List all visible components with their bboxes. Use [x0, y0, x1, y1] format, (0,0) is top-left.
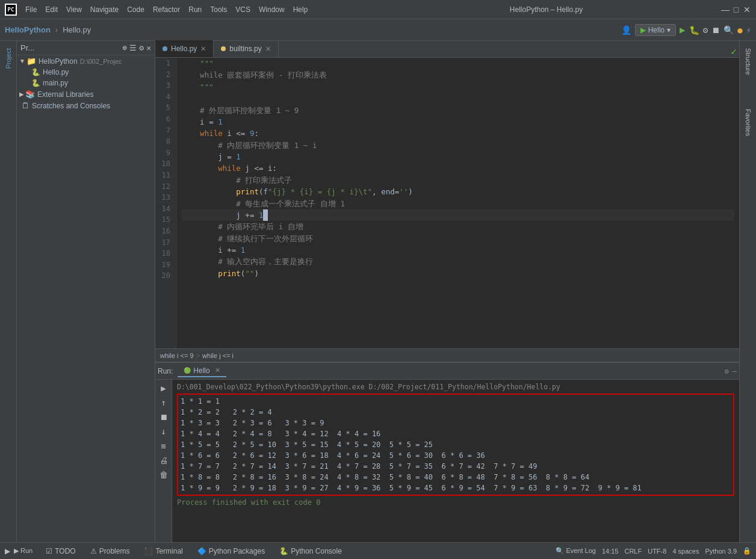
run-settings-icon[interactable]: ⚙	[725, 367, 729, 375]
stop-run-button[interactable]: ⏹	[158, 411, 169, 423]
project-toolbar: Pr... ⊕ ☰ ⚙ ✕	[17, 41, 155, 55]
structure-tab[interactable]: Structure	[742, 43, 754, 80]
run-label: Run:	[158, 367, 173, 375]
run-status-label: ▶ Run	[14, 547, 33, 555]
tree-item-hellopython[interactable]: ▼ 📁 HelloPython D:\002_Projec	[17, 55, 155, 67]
python-version[interactable]: Python 3.9	[705, 548, 737, 555]
line-col-indicator[interactable]: 14:15	[602, 548, 619, 555]
stop-button[interactable]: ⏹	[711, 25, 720, 35]
lib-icon: 📚	[25, 90, 35, 99]
check-icon: ✓	[731, 46, 737, 57]
code-line-7: while i <= 9:	[182, 128, 734, 139]
project-panel: Pr... ⊕ ☰ ⚙ ✕ ▼ 📁 HelloPython D:\002_Pro…	[17, 41, 155, 542]
trash-button[interactable]: 🗑	[158, 469, 169, 481]
code-line-9: j = 1	[182, 151, 734, 162]
run-button[interactable]: ▶	[680, 24, 686, 36]
py-console-label: Python Console	[291, 547, 342, 555]
settings-button[interactable]: ⚡	[746, 25, 751, 35]
py-console-icon: 🐍	[279, 547, 288, 555]
breadcrumb-item-2[interactable]: while j <= i	[202, 352, 234, 359]
tree-path: D:\002_Projec	[80, 58, 122, 65]
collapse-icon[interactable]: ☰	[129, 43, 137, 52]
menu-run[interactable]: Run	[185, 4, 205, 15]
code-content[interactable]: """ while 嵌套循环案例 - 打印乘法表 """ # 外层循环控制变量 …	[177, 58, 739, 348]
run-tab-hello[interactable]: 🟢 Hello ✕	[178, 365, 226, 377]
tree-label: main.py	[43, 79, 68, 87]
code-line-6: i = 1	[182, 116, 734, 128]
tree-item-external-libs[interactable]: ▶ 📚 External Libraries	[17, 88, 155, 100]
maximize-button[interactable]: □	[732, 5, 740, 14]
py-packages-tab[interactable]: 🔷 Python Packages	[191, 546, 271, 557]
navbar: HelloPython › Hello.py 👤 ▶ Hello ▾ ▶ 🐛 ⚙…	[0, 19, 756, 41]
terminal-tab[interactable]: ⬛ Terminal	[138, 546, 188, 557]
project-name[interactable]: HelloPython	[5, 25, 51, 34]
menu-refactor[interactable]: Refactor	[149, 4, 184, 15]
settings-icon[interactable]: ⚙	[139, 43, 144, 52]
favorites-tab[interactable]: Favorites	[742, 104, 754, 141]
menu-help[interactable]: Help	[290, 4, 312, 15]
right-sidebar: Structure Favorites	[739, 41, 756, 542]
code-line-1: """	[182, 58, 734, 69]
breadcrumb-sep-1: >	[196, 352, 200, 359]
close-tab-icon[interactable]: ✕	[265, 45, 271, 53]
close-tab-icon[interactable]: ✕	[200, 45, 206, 53]
menu-navigate[interactable]: Navigate	[87, 4, 122, 15]
py-console-tab[interactable]: 🐍 Python Console	[273, 546, 348, 557]
py-packages-label: Python Packages	[209, 547, 265, 555]
indent-indicator[interactable]: 4 spaces	[672, 548, 699, 555]
run-config-selector[interactable]: ▶ Hello ▾	[635, 24, 676, 36]
builtin-file-icon	[221, 46, 226, 51]
search-button[interactable]: 🔍	[723, 25, 734, 35]
user-icon[interactable]: 👤	[621, 25, 631, 35]
run-tab-close[interactable]: ✕	[215, 366, 220, 374]
output-line-4: 1 * 4 = 4 2 * 4 = 8 3 * 4 = 12 4 * 4 = 1…	[181, 428, 731, 439]
tab-builtins-py[interactable]: builtins.py ✕	[214, 40, 278, 57]
editor-area: Hello.py ✕ builtins.py ✕ ✓ 12345 678910 …	[155, 41, 739, 542]
menu-vcs[interactable]: VCS	[232, 4, 254, 15]
debug-button[interactable]: 🐛	[689, 25, 699, 35]
terminal-label: Terminal	[155, 547, 182, 555]
problems-tab[interactable]: ⚠ Problems	[84, 546, 136, 557]
todo-tab[interactable]: ☑ TODO	[40, 546, 81, 557]
minimize-button[interactable]: —	[721, 5, 730, 14]
menu-file[interactable]: File	[22, 4, 40, 15]
py-icon: 🐍	[31, 68, 40, 76]
terminal-icon: ⬛	[144, 547, 153, 555]
tab-label: builtins.py	[229, 45, 261, 53]
close-button[interactable]: ✕	[743, 5, 751, 14]
run-output[interactable]: D:\001_Develop\022_Python\Python39\pytho…	[172, 380, 739, 542]
event-log-link[interactable]: 🔍 Event Log	[556, 547, 596, 555]
format-button[interactable]: ≡	[160, 440, 167, 452]
tab-hello-py[interactable]: Hello.py ✕	[155, 40, 214, 57]
tree-item-scratches[interactable]: 🗒 Scratches and Consoles	[17, 100, 155, 111]
menu-view[interactable]: View	[63, 4, 85, 15]
menu-tools[interactable]: Tools	[206, 4, 231, 15]
tree-item-hello-py[interactable]: 🐍 Hello.py	[17, 67, 155, 78]
menu-edit[interactable]: Edit	[42, 4, 61, 15]
scroll-down-button[interactable]: ↓	[160, 425, 167, 437]
crlf-indicator[interactable]: CRLF	[624, 548, 642, 555]
scope-icon[interactable]: ⊕	[123, 43, 128, 52]
print-button[interactable]: 🖨	[158, 454, 169, 466]
line-numbers: 12345 678910 1112131415 1617181920	[155, 58, 177, 348]
run-status-button[interactable]: ▶ ▶ Run	[5, 547, 33, 555]
menu-window[interactable]: Window	[255, 4, 288, 15]
tab-label: Hello.py	[171, 45, 197, 53]
encoding-indicator[interactable]: UTF-8	[648, 548, 666, 555]
search-icon: 🔍	[556, 547, 564, 554]
project-tab[interactable]: Project	[2, 43, 14, 73]
notification-button[interactable]: ●	[737, 25, 742, 35]
rerun-button[interactable]: ▶	[160, 382, 167, 394]
navbar-right: 👤 ▶ Hello ▾ ▶ 🐛 ⚙ ⏹ 🔍 ● ⚡	[621, 24, 751, 36]
close-panel-icon[interactable]: ✕	[146, 43, 151, 52]
tree-label: External Libraries	[37, 90, 93, 99]
tree-item-main-py[interactable]: 🐍 main.py	[17, 78, 155, 88]
nav-file[interactable]: Hello.py	[63, 25, 91, 34]
breadcrumb-item-1[interactable]: while i <= 9	[160, 352, 194, 359]
code-line-5: # 外层循环控制变量 1 ~ 9	[182, 105, 734, 116]
nav-separator: ›	[55, 25, 58, 34]
coverage-button[interactable]: ⚙	[703, 25, 708, 35]
menu-code[interactable]: Code	[123, 4, 148, 15]
scroll-up-button[interactable]: ↑	[160, 397, 167, 409]
run-minimize-icon[interactable]: —	[733, 367, 737, 375]
